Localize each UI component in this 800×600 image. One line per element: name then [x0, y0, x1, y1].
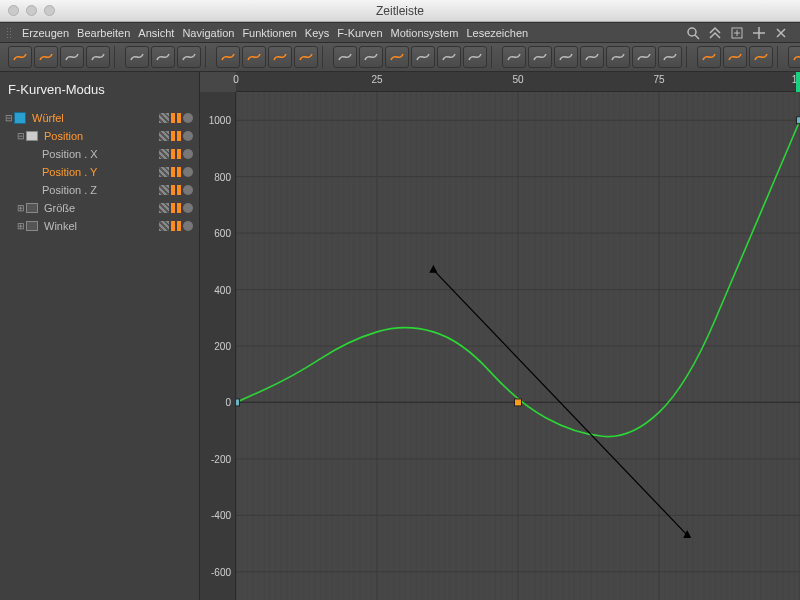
track-enable-icon[interactable] [159, 221, 169, 231]
menu-lesezeichen[interactable]: Lesezeichen [466, 27, 528, 39]
disclosure-icon[interactable]: ⊟ [16, 131, 26, 141]
keyframe[interactable] [797, 117, 801, 124]
disclosure-icon[interactable]: ⊞ [16, 221, 26, 231]
track-key-icon[interactable] [171, 203, 181, 213]
disclosure-icon[interactable]: ⊞ [16, 203, 26, 213]
menu-bar: Erzeugen Bearbeiten Ansicht Navigation F… [0, 22, 800, 42]
menu-fkurven[interactable]: F-Kurven [337, 27, 382, 39]
time-ruler[interactable]: 0255075100 [236, 72, 800, 92]
track-enable-icon[interactable] [159, 149, 169, 159]
disclosure-icon[interactable]: ⊟ [4, 113, 14, 123]
track-enable-icon[interactable] [159, 203, 169, 213]
move-icon[interactable] [752, 26, 766, 40]
snap7-button[interactable] [658, 46, 682, 68]
snap6-icon [636, 50, 652, 64]
tan-flat-button[interactable] [333, 46, 357, 68]
frame-all-button[interactable] [125, 46, 149, 68]
tan-step-button[interactable] [463, 46, 487, 68]
tan-ease-out-button[interactable] [437, 46, 461, 68]
tree-label[interactable]: Winkel [42, 220, 159, 232]
tan-spline-button[interactable] [385, 46, 409, 68]
time-tick: 0 [233, 74, 239, 85]
track-key-icon[interactable] [171, 131, 181, 141]
menu-bearbeiten[interactable]: Bearbeiten [77, 27, 130, 39]
key-del-icon [246, 50, 262, 64]
search-icon[interactable] [686, 26, 700, 40]
menu-motionsystem[interactable]: Motionsystem [391, 27, 459, 39]
tree-row-object[interactable]: ⊟ Würfel [0, 109, 199, 127]
key-del-button[interactable] [242, 46, 266, 68]
track-enable-icon[interactable] [159, 131, 169, 141]
sheet1-button[interactable] [60, 46, 84, 68]
snap3-button[interactable] [554, 46, 578, 68]
close-panel-icon[interactable] [774, 26, 788, 40]
tree-row-track[interactable]: Position . Z [0, 181, 199, 199]
snap5-button[interactable] [606, 46, 630, 68]
graph-area[interactable]: 0255075100 10008006004002000-200-400-600 [200, 72, 800, 600]
frame-cursor-button[interactable] [177, 46, 201, 68]
tree-row-track[interactable]: Position . Y [0, 163, 199, 181]
tree-row-size[interactable]: ⊞ Größe [0, 199, 199, 217]
snap2-button[interactable] [528, 46, 552, 68]
menu-ansicht[interactable]: Ansicht [138, 27, 174, 39]
tree-label[interactable]: Position [42, 130, 159, 142]
keyframe[interactable] [515, 399, 522, 406]
menu-funktionen[interactable]: Funktionen [242, 27, 296, 39]
fcurve-mode-button[interactable] [34, 46, 58, 68]
keyframe[interactable] [236, 399, 240, 406]
snap6-button[interactable] [632, 46, 656, 68]
track-key-icon[interactable] [171, 149, 181, 159]
tree-label[interactable]: Position . X [40, 148, 159, 160]
tan-ease-in-button[interactable] [411, 46, 435, 68]
lock1-button[interactable] [697, 46, 721, 68]
lock3-button[interactable] [749, 46, 773, 68]
track-mute-icon[interactable] [183, 149, 193, 159]
pointer-button[interactable] [8, 46, 32, 68]
frame-sel-button[interactable] [151, 46, 175, 68]
track-key-icon[interactable] [171, 221, 181, 231]
tree-row-position[interactable]: ⊟ Position [0, 127, 199, 145]
key-add-button[interactable] [216, 46, 240, 68]
tree-label[interactable]: Position . Z [40, 184, 159, 196]
tan-linear-button[interactable] [359, 46, 383, 68]
track-mute-icon[interactable] [183, 113, 193, 123]
track-mute-icon[interactable] [183, 221, 193, 231]
key-all-button[interactable] [294, 46, 318, 68]
track-mute-icon[interactable] [183, 131, 193, 141]
zoom-window-icon[interactable] [44, 5, 55, 16]
value-ruler[interactable]: 10008006004002000-200-400-600 [200, 92, 236, 600]
curve-canvas[interactable] [236, 92, 800, 600]
lock2-button[interactable] [723, 46, 747, 68]
track-enable-icon[interactable] [159, 113, 169, 123]
track-key-icon[interactable] [171, 167, 181, 177]
menu-navigation[interactable]: Navigation [182, 27, 234, 39]
track-mute-icon[interactable] [183, 185, 193, 195]
minimize-window-icon[interactable] [26, 5, 37, 16]
tangent-handle-icon[interactable] [429, 265, 437, 273]
track-enable-icon[interactable] [159, 185, 169, 195]
sheet2-button[interactable] [86, 46, 110, 68]
tangent-handle-icon[interactable] [683, 530, 691, 538]
track-key-icon[interactable] [171, 113, 181, 123]
collapse-icon[interactable] [708, 26, 722, 40]
tree-row-rotation[interactable]: ⊞ Winkel [0, 217, 199, 235]
track-mute-icon[interactable] [183, 167, 193, 177]
key-break-button[interactable] [268, 46, 292, 68]
snap1-button[interactable] [502, 46, 526, 68]
track-key-icon[interactable] [171, 185, 181, 195]
menu-keys[interactable]: Keys [305, 27, 329, 39]
tree-label[interactable]: Position . Y [40, 166, 159, 178]
marker-button[interactable] [788, 46, 800, 68]
tree-label[interactable]: Größe [42, 202, 159, 214]
snap4-button[interactable] [580, 46, 604, 68]
playhead[interactable] [796, 72, 800, 92]
track-enable-icon[interactable] [159, 167, 169, 177]
track-mute-icon[interactable] [183, 203, 193, 213]
tree-label[interactable]: Würfel [30, 112, 159, 124]
curve-svg[interactable] [236, 92, 800, 600]
tree-row-track[interactable]: Position . X [0, 145, 199, 163]
menu-erzeugen[interactable]: Erzeugen [22, 27, 69, 39]
add-icon[interactable] [730, 26, 744, 40]
frame-all-icon [129, 50, 145, 64]
close-window-icon[interactable] [8, 5, 19, 16]
